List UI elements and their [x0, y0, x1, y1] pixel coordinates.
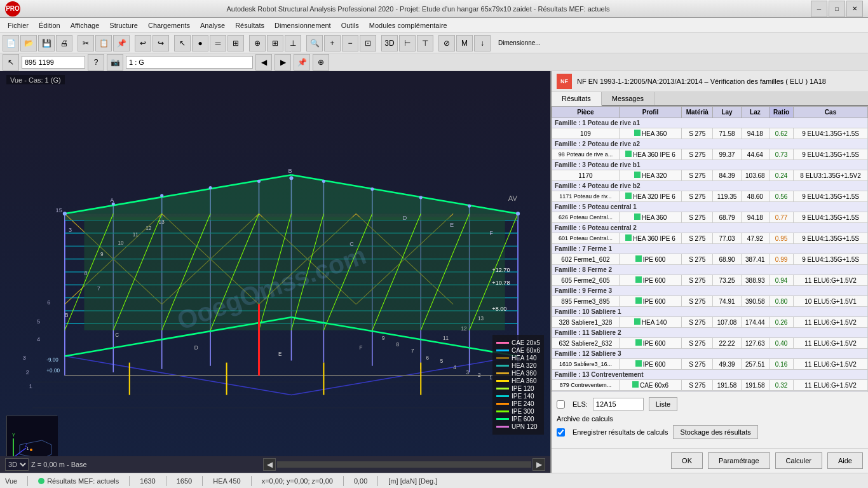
table-row[interactable]: 109 HEA 360 S 275 71.58 94.18 0.62 9 ELU… [552, 128, 868, 139]
tb-zoom-all[interactable]: 🔍 [306, 35, 323, 51]
tb-paste[interactable]: 📌 [113, 35, 130, 51]
selection-input[interactable] [22, 56, 85, 69]
tb-node[interactable]: ● [192, 35, 208, 51]
table-row[interactable]: 98 Poteau de rive a... HEA 360 IPE 6 S 2… [552, 149, 868, 160]
tb-undo[interactable]: ↩ [135, 35, 151, 51]
svg-text:E: E [278, 351, 282, 357]
stockage-button[interactable]: Stockage des résultats [673, 425, 757, 439]
tab-resultats[interactable]: Résultats [552, 92, 602, 106]
table-row[interactable]: 879 Contreventem... CAE 60x6 S 275 191.5… [552, 380, 868, 391]
vp-scroll-left[interactable]: ◀ [263, 458, 276, 471]
table-row[interactable]: 632 Sabliere2_632 IPE 600 S 275 22.22 12… [552, 338, 868, 349]
results-status-text: Résultats MEF: actuels [47, 477, 119, 485]
family-row: Famille : 1 Poteau de rive a1 [552, 118, 868, 128]
tb-new[interactable]: 📄 [3, 35, 19, 51]
viewport[interactable]: Vue - Cas: 1 (G) [0, 71, 550, 473]
menu-affichage[interactable]: Affichage [65, 20, 105, 30]
tb-material[interactable]: M [456, 35, 473, 51]
family-row: Famille : 2 Poteau de rive a2 [552, 139, 868, 149]
tb-copy[interactable]: 📋 [95, 35, 112, 51]
liste-button[interactable]: Liste [649, 397, 677, 411]
tb2-cursor[interactable]: ↖ [3, 54, 19, 71]
els-checkbox[interactable] [557, 400, 565, 409]
menu-chargements[interactable]: Chargements [143, 20, 195, 30]
menu-modules[interactable]: Modules complémentaire [364, 20, 452, 30]
tb-ortho[interactable]: ⊥ [285, 35, 301, 51]
vp-scroll-right[interactable]: ▶ [532, 458, 545, 471]
menu-structure[interactable]: Structure [104, 20, 143, 30]
menu-dimensionnement[interactable]: Dimensionnement [269, 20, 336, 30]
col-materia: Matérià [682, 107, 713, 118]
tb-redo[interactable]: ↪ [153, 35, 169, 51]
close-button[interactable]: ✕ [846, 1, 863, 17]
menu-fichier[interactable]: Fichier [3, 20, 34, 30]
aide-button[interactable]: Aide [827, 452, 863, 469]
tb-grid[interactable]: ⊞ [267, 35, 283, 51]
tb-print[interactable]: 🖨 [56, 35, 72, 51]
legend-item: UPN 120 [496, 423, 540, 430]
parametrage-button[interactable]: Paramétrage [708, 452, 770, 469]
tb-save[interactable]: 💾 [38, 35, 55, 51]
tb-open[interactable]: 📂 [20, 35, 37, 51]
table-row[interactable]: 1610 Sabliere3_16... IPE 600 S 275 49.39… [552, 359, 868, 370]
results-table[interactable]: Pièce Profil Matérià Lay Laz Ratio Cas F… [552, 106, 868, 391]
menu-edition[interactable]: Édition [34, 20, 65, 30]
tb-cut[interactable]: ✂ [78, 35, 94, 51]
table-row[interactable]: 602 Ferme1_602 IPE 600 S 275 68.90 387.4… [552, 254, 868, 265]
svg-text:6: 6 [47, 299, 50, 306]
nf-header: NF NF EN 1993-1-1:2005/NA:2013/A1:2014 –… [552, 71, 868, 92]
legend-item: HEA 140 [496, 355, 540, 362]
tb2-help[interactable]: ? [88, 54, 104, 71]
family-row: Famille : 6 Poteau central 2 [552, 223, 868, 233]
ok-button[interactable]: OK [671, 452, 703, 469]
table-row[interactable]: 1171 Poteau de riv... HEA 320 IPE 6 S 27… [552, 191, 868, 202]
tb-section[interactable]: ⊘ [438, 35, 455, 51]
els-label: ELS: [573, 400, 588, 408]
case-input[interactable] [126, 56, 253, 69]
toolbar-secondary: ↖ ? 📷 ◀ ▶ 📌 ⊕ [0, 53, 868, 71]
tb-snap[interactable]: ⊕ [249, 35, 266, 51]
tb2-case-prev[interactable]: ◀ [255, 54, 272, 71]
tb2-snapshot[interactable]: 📷 [107, 54, 123, 71]
status-sep5 [251, 476, 252, 486]
maximize-button[interactable]: □ [829, 1, 845, 17]
table-row[interactable]: 626 Poteau Central... HEA 360 S 275 68.7… [552, 212, 868, 223]
svg-point-64 [419, 196, 423, 199]
table-row[interactable]: 328 Sabliere1_328 HEA 140 S 275 107.08 1… [552, 317, 868, 328]
calculer-button[interactable]: Calculer [775, 452, 822, 469]
svg-text:3: 3 [466, 370, 470, 376]
table-row[interactable]: 1170 HEA 320 S 275 84.39 103.68 0.24 8 E… [552, 170, 868, 181]
tb-select[interactable]: ↖ [174, 35, 191, 51]
tb-zoom-win[interactable]: ⊡ [360, 35, 376, 51]
tb2-axis[interactable]: ⊕ [313, 54, 329, 71]
table-row[interactable]: 601 Poteau Central... HEA 360 IPE 6 S 27… [552, 233, 868, 244]
menu-analyse[interactable]: Analyse [195, 20, 230, 30]
menu-resultats[interactable]: Résultats [230, 20, 269, 30]
svg-text:13: 13 [478, 316, 484, 322]
tb-panel[interactable]: ⊞ [227, 35, 244, 51]
dimensionnement-label: Dimensionne... [496, 39, 543, 46]
minimize-button[interactable]: ─ [811, 1, 827, 17]
tb-zoom-out[interactable]: − [342, 35, 358, 51]
table-row[interactable]: 895 Ferme3_895 IPE 600 S 275 74.91 390.5… [552, 296, 868, 307]
enregistrer-checkbox[interactable] [557, 428, 565, 437]
tb-zoom-in[interactable]: + [324, 35, 341, 51]
table-row[interactable]: 605 Ferme2_605 IPE 600 S 275 73.25 388.9… [552, 275, 868, 286]
tb-load[interactable]: ↓ [474, 35, 491, 51]
tb2-pin[interactable]: 📌 [294, 54, 310, 71]
tb2-case-next[interactable]: ▶ [275, 54, 291, 71]
family-row: Famille : 7 Ferme 1 [552, 244, 868, 254]
tb-view-xz[interactable]: ⊤ [417, 35, 433, 51]
tab-messages[interactable]: Messages [602, 92, 654, 105]
menu-outils[interactable]: Outils [336, 20, 364, 30]
svg-text:8: 8 [84, 270, 87, 276]
viewport-scrollbar[interactable] [277, 461, 531, 468]
tb-bar[interactable]: ═ [210, 35, 226, 51]
svg-text:A: A [110, 197, 114, 203]
tb-view-3d[interactable]: 3D [381, 35, 398, 51]
els-input[interactable] [593, 398, 644, 410]
status-profile: HEA 450 [213, 477, 240, 485]
view-mode-select[interactable]: 3D 2D [5, 458, 29, 471]
tb-view-xy[interactable]: ⊢ [399, 35, 416, 51]
svg-text:5: 5 [440, 358, 444, 364]
